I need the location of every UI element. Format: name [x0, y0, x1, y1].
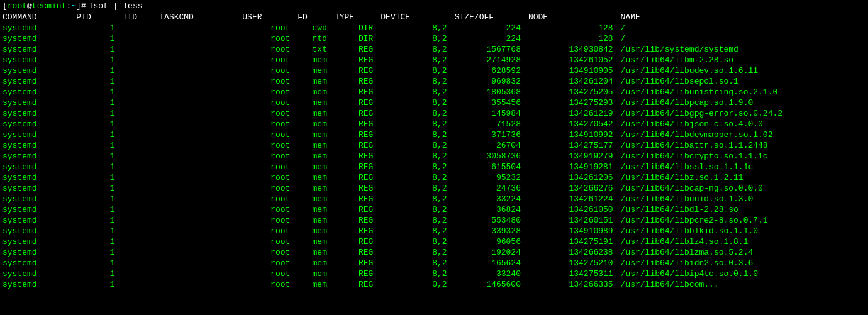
- table-row: systemd1rootmemREG8,23058736134919279/us…: [3, 151, 865, 162]
- table-row: systemd1rootrtdDIR8,2224128/: [3, 33, 865, 44]
- prompt-line: [root@tecmint:~]#lsof | less: [0, 0, 868, 12]
- cell-sizeoff: 224: [455, 33, 528, 44]
- cell-pid: 1: [76, 258, 122, 268]
- cell-name: /usr/lib64/libip4tc.so.0.1.0: [621, 268, 865, 279]
- cell-pid: 1: [76, 247, 122, 258]
- cell-name: /usr/lib64/libdl-2.28.so: [621, 204, 865, 215]
- cell-node: 134261206: [528, 172, 621, 183]
- table-row: systemd1rootmemREG8,233224134261224/usr/…: [3, 194, 865, 204]
- cell-fd: rtd: [298, 33, 335, 44]
- table-row: systemd1rootmemREG8,296056134275191/usr/…: [3, 236, 865, 247]
- cell-fd: mem: [298, 236, 335, 247]
- cell-fd: mem: [298, 151, 335, 162]
- table-row: systemd1rootmemREG8,2165624134275210/usr…: [3, 258, 865, 268]
- cell-taskcmd: [159, 162, 242, 172]
- cell-command: systemd: [3, 55, 76, 65]
- header-fd: FD: [298, 12, 335, 23]
- cell-fd: mem: [298, 140, 335, 151]
- cell-name: /usr/lib64/libcap-ng.so.0.0.0: [621, 183, 865, 194]
- cell-name: /usr/lib64/libgpg-error.so.0.24.2: [621, 108, 865, 119]
- cell-tid: [123, 33, 160, 44]
- cell-user: root: [242, 23, 298, 33]
- cell-user: root: [242, 140, 298, 151]
- cell-name: /usr/lib64/liblz4.so.1.8.1: [621, 236, 865, 247]
- cell-name: /usr/lib64/libunistring.so.2.1.0: [621, 87, 865, 97]
- cell-device: 8,2: [381, 215, 454, 226]
- cell-device: 8,2: [381, 33, 454, 44]
- cell-name: /usr/lib64/libuuid.so.1.3.0: [621, 194, 865, 204]
- cell-fd: mem: [298, 226, 335, 236]
- cell-node: 128: [528, 33, 621, 44]
- cell-pid: 1: [76, 226, 122, 236]
- cell-user: root: [242, 55, 298, 65]
- cell-device: 8,2: [381, 172, 454, 183]
- cell-name: /usr/lib64/libjson-c.so.4.0.0: [621, 119, 865, 130]
- cell-node: 134910905: [528, 65, 621, 76]
- cell-device: 8,2: [381, 97, 454, 108]
- table-row: systemd1rootmemREG8,236824134261050/usr/…: [3, 204, 865, 215]
- cell-user: root: [242, 162, 298, 172]
- header-device: DEVICE: [381, 12, 454, 23]
- cell-device: 8,2: [381, 194, 454, 204]
- cell-node: 134266276: [528, 183, 621, 194]
- cell-fd: mem: [298, 215, 335, 226]
- cell-taskcmd: [159, 151, 242, 162]
- cell-pid: 1: [76, 55, 122, 65]
- cell-tid: [123, 130, 160, 140]
- cell-command: systemd: [3, 87, 76, 97]
- cell-user: root: [242, 119, 298, 130]
- cell-user: root: [242, 279, 298, 290]
- cell-device: 8,2: [381, 268, 454, 279]
- prompt-at: @: [27, 1, 32, 11]
- cell-fd: mem: [298, 97, 335, 108]
- cell-tid: [123, 279, 160, 290]
- cell-fd: mem: [298, 55, 335, 65]
- table-row: systemd1rootmemREG8,2615504134919281/usr…: [3, 162, 865, 172]
- cell-taskcmd: [159, 119, 242, 130]
- cell-device: 8,2: [381, 130, 454, 140]
- cell-user: root: [242, 44, 298, 55]
- cell-pid: 1: [76, 87, 122, 97]
- cell-name: /usr/lib64/libz.so.1.2.11: [621, 172, 865, 183]
- cell-fd: mem: [298, 258, 335, 268]
- cell-device: 8,2: [381, 87, 454, 97]
- cell-sizeoff: 339328: [455, 226, 528, 236]
- cell-device: 8,2: [381, 183, 454, 194]
- cell-type: REG: [335, 194, 381, 204]
- cell-tid: [123, 236, 160, 247]
- cell-node: 134261219: [528, 108, 621, 119]
- cell-sizeoff: 71528: [455, 119, 528, 130]
- cell-device: 0,2: [381, 279, 454, 290]
- table-row: systemd1rootmemREG8,2553480134260151/usr…: [3, 215, 865, 226]
- cell-taskcmd: [159, 44, 242, 55]
- cell-device: 8,2: [381, 226, 454, 236]
- cell-user: root: [242, 247, 298, 258]
- cell-node: 134919279: [528, 151, 621, 162]
- cell-taskcmd: [159, 279, 242, 290]
- cell-command: systemd: [3, 33, 76, 44]
- table-header: COMMAND PID TID TASKCMD USER FD TYPE DEV…: [3, 12, 865, 23]
- cell-type: REG: [335, 108, 381, 119]
- table-row: systemd1rootmemREG0,21465600134266335/us…: [3, 279, 865, 290]
- cell-node: 134275293: [528, 97, 621, 108]
- cell-pid: 1: [76, 194, 122, 204]
- cell-taskcmd: [159, 130, 242, 140]
- cell-name: /usr/lib64/libpcre2-8.so.0.7.1: [621, 215, 865, 226]
- prompt-command: lsof | less: [89, 1, 143, 11]
- cell-command: systemd: [3, 226, 76, 236]
- cell-user: root: [242, 108, 298, 119]
- cell-command: systemd: [3, 183, 76, 194]
- cell-sizeoff: 2714928: [455, 55, 528, 65]
- cell-sizeoff: 165624: [455, 258, 528, 268]
- cell-sizeoff: 1805368: [455, 87, 528, 97]
- prompt-bracket-close: ]: [76, 1, 81, 11]
- cell-node: 134919281: [528, 162, 621, 172]
- cell-node: 134261204: [528, 76, 621, 87]
- table-row: systemd1rootmemREG8,2339328134910989/usr…: [3, 226, 865, 236]
- cell-user: root: [242, 204, 298, 215]
- cell-fd: mem: [298, 65, 335, 76]
- cell-command: systemd: [3, 97, 76, 108]
- header-sizeoff: SIZE/OFF: [455, 12, 528, 23]
- table-row: systemd1rootmemREG8,295232134261206/usr/…: [3, 172, 865, 183]
- cell-device: 8,2: [381, 76, 454, 87]
